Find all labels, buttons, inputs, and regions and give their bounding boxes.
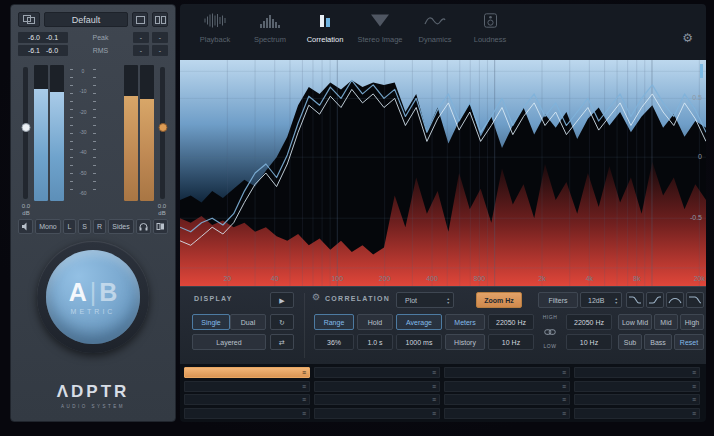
correlation-settings-icon[interactable]: ⚙ [312,293,320,302]
ab-label-b: B [99,280,117,305]
gain-fader-b[interactable] [160,67,165,199]
window-expand-button[interactable] [152,12,168,27]
slot-handle-icon[interactable]: ≡ [302,396,306,403]
single-view-button[interactable]: Single [192,314,230,330]
playlist-slot[interactable]: ≡ [184,394,310,405]
bell-filter-button[interactable] [666,292,684,308]
slot-handle-icon[interactable]: ≡ [562,383,566,390]
playlist-slot[interactable]: ≡ [184,408,310,419]
slot-handle-icon[interactable]: ≡ [302,369,306,376]
tab-correlation[interactable]: Correlation [302,13,348,44]
hold-value[interactable]: 1.0 s [357,334,393,350]
playlist-slot[interactable]: ≡ [184,367,310,378]
meter-a-db-readout: 0.0 dB [19,203,33,217]
average-value[interactable]: 1000 ms [396,334,442,350]
playlist-slot[interactable]: ≡ [444,408,570,419]
low-mid-band-button[interactable]: Low Mid [618,314,652,330]
preset-menu-button[interactable] [18,12,40,27]
right-channel-button[interactable]: R [93,219,106,234]
history-button[interactable]: History [445,334,485,350]
play-button[interactable]: ▶ [270,292,294,308]
playlist-slot[interactable]: ≡ [314,394,440,405]
hold-button[interactable]: Hold [357,314,393,330]
loop-button[interactable]: ↻ [270,314,294,330]
slot-handle-icon[interactable]: ≡ [302,383,306,390]
playlist-slot[interactable]: ≡ [574,408,700,419]
meter-scale-label: -10 [69,89,97,94]
tab-spectrum[interactable]: Spectrum [247,13,293,44]
gain-fader-a[interactable] [23,67,28,199]
playlist-slot[interactable]: ≡ [574,394,700,405]
monitor-controls: Mono L S R Sides [18,219,168,234]
low-shelf-filter-button[interactable] [626,292,644,308]
range-value[interactable]: 36% [314,334,354,350]
playlist-slot[interactable]: ≡ [574,381,700,392]
range-button[interactable]: Range [314,314,354,330]
playlist-slot[interactable]: ≡ [184,381,310,392]
high-frequency-value-a[interactable]: 22050 Hz [488,314,534,330]
filters-button[interactable]: Filters [538,292,578,308]
tab-stereo-image[interactable]: Stereo Image [357,13,403,44]
solo-channel-button[interactable]: S [78,219,91,234]
slot-handle-icon[interactable]: ≡ [302,410,306,417]
tab-loudness[interactable]: Loudness [467,13,513,44]
slot-handle-icon[interactable]: ≡ [432,383,436,390]
slot-handle-icon[interactable]: ≡ [562,369,566,376]
high-frequency-value-b[interactable]: 22050 Hz [566,314,612,330]
ab-toggle-button[interactable]: A|B METRIC [46,250,140,344]
level-meters: 0-10-20-30-40-50-60 0.0 dB 0.0 dB [23,63,165,215]
sides-button[interactable]: Sides [108,219,134,234]
window-compact-button[interactable] [132,12,148,27]
high-band-button[interactable]: High [680,314,704,330]
slot-handle-icon[interactable]: ≡ [692,369,696,376]
preset-selector[interactable]: Default [44,12,128,27]
slot-handle-icon[interactable]: ≡ [432,396,436,403]
bass-band-button[interactable]: Bass [644,334,672,350]
playlist-slot[interactable]: ≡ [444,367,570,378]
headphones-button[interactable] [136,219,151,234]
slot-handle-icon[interactable]: ≡ [562,396,566,403]
mid-band-button[interactable]: Mid [654,314,678,330]
meter-fill [34,89,48,201]
plot-mode-dropdown[interactable]: Plot ▲▼ [396,292,454,308]
sub-band-button[interactable]: Sub [618,334,642,350]
low-frequency-value-b[interactable]: 10 Hz [566,334,612,350]
swap-button[interactable]: ⇄ [270,334,294,350]
reset-button[interactable]: Reset [674,334,704,350]
high-shelf-filter-button[interactable] [646,292,664,308]
playlist-slot[interactable]: ≡ [314,408,440,419]
slot-handle-icon[interactable]: ≡ [692,396,696,403]
meters-button[interactable]: Meters [445,314,485,330]
playlist-slot[interactable]: ≡ [314,381,440,392]
speaker-mute-button[interactable] [18,219,33,234]
playlist-slot[interactable]: ≡ [444,394,570,405]
high-cut-filter-button[interactable] [686,292,704,308]
zoom-hz-button[interactable]: Zoom Hz [476,292,522,308]
low-frequency-value-a[interactable]: 10 Hz [488,334,534,350]
link-filters-icon[interactable] [544,328,556,336]
settings-gear-icon[interactable]: ⚙ [682,32,693,44]
meter-bar [34,65,48,201]
fader-b-handle[interactable] [158,123,167,132]
stereo-image-icon [369,13,391,32]
average-button[interactable]: Average [396,314,442,330]
slope-dropdown[interactable]: 12dB ▲▼ [580,292,622,308]
svg-text:2k: 2k [538,275,546,282]
output-routing-button[interactable] [153,219,168,234]
layered-view-button[interactable]: Layered [192,334,266,350]
mono-button[interactable]: Mono [35,219,61,234]
slot-handle-icon[interactable]: ≡ [692,410,696,417]
slot-handle-icon[interactable]: ≡ [432,369,436,376]
left-channel-button[interactable]: L [63,219,76,234]
tab-dynamics[interactable]: Dynamics [412,13,458,44]
rms-value-b: -6.0 [46,47,58,54]
playlist-slot[interactable]: ≡ [314,367,440,378]
slot-handle-icon[interactable]: ≡ [692,383,696,390]
playlist-slot[interactable]: ≡ [444,381,570,392]
tab-playback[interactable]: Playback [192,13,238,44]
fader-a-handle[interactable] [21,123,30,132]
slot-handle-icon[interactable]: ≡ [562,410,566,417]
playlist-slot[interactable]: ≡ [574,367,700,378]
dual-view-button[interactable]: Dual [230,314,266,330]
slot-handle-icon[interactable]: ≡ [432,410,436,417]
